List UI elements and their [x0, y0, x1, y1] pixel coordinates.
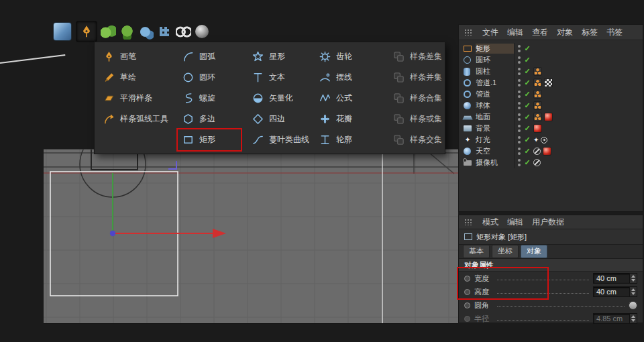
panel-grip-icon[interactable]	[464, 219, 472, 225]
object-row-sky[interactable]: 天空✓	[459, 146, 643, 157]
visibility-dots-icon[interactable]	[518, 147, 521, 156]
enabled-check-icon[interactable]: ✓	[523, 78, 531, 87]
object-row-tube[interactable]: 管道✓	[459, 89, 643, 100]
cube-primitive-icon[interactable]	[52, 21, 72, 42]
object-row-cylinder[interactable]: 圆柱✓	[459, 66, 643, 77]
menu-item-rectangle[interactable]: 矩形	[178, 129, 241, 150]
phong-tag-icon[interactable]	[533, 113, 542, 121]
object-row-floor[interactable]: 地面✓	[459, 111, 643, 123]
menu-item-vectorize[interactable]: 矢量化	[248, 88, 308, 109]
om-menu-item-5[interactable]: 书签	[606, 27, 623, 38]
visibility-dots-icon[interactable]	[518, 124, 521, 133]
viewport[interactable]	[44, 149, 458, 324]
menu-item-profile[interactable]: 轮廓	[315, 129, 382, 150]
visibility-dots-icon[interactable]	[518, 90, 521, 99]
menu-item-formula[interactable]: 公式	[315, 88, 382, 109]
x-axis-arrowhead[interactable]	[213, 229, 226, 238]
spinner-down-icon[interactable]	[631, 292, 635, 295]
spline-pen-tool-icon[interactable]	[76, 21, 97, 42]
deformer-green-2-icon[interactable]	[119, 24, 135, 40]
visibility-dots-icon[interactable]	[518, 44, 521, 53]
block-tag-icon[interactable]	[533, 159, 541, 166]
am-menu-item-2[interactable]: 用户数据	[532, 217, 564, 228]
enabled-check-icon[interactable]: ✓	[523, 44, 531, 53]
am-menu-item-1[interactable]: 编辑	[507, 217, 523, 228]
spinner-up-icon[interactable]	[631, 315, 635, 318]
menu-item-helix[interactable]: 螺旋	[178, 88, 241, 109]
spinner-down-icon[interactable]	[631, 279, 635, 282]
menu-item-bool-and[interactable]: 样条合集	[388, 88, 438, 109]
spinner-arrows[interactable]	[629, 314, 637, 323]
spinner-up-icon[interactable]	[631, 288, 635, 291]
menu-item-bool-or[interactable]: 样条或集	[388, 109, 438, 129]
modeling-blue-icon[interactable]	[138, 24, 154, 40]
object-row-light[interactable]: ✦灯光✓✦	[459, 134, 643, 146]
om-menu-item-0[interactable]: 文件	[482, 27, 498, 38]
menu-item-arc[interactable]: 圆弧	[178, 46, 241, 67]
mat-red-tag-icon[interactable]	[543, 147, 551, 156]
visibility-dots-icon[interactable]	[518, 56, 521, 64]
panel-grip-icon[interactable]	[464, 29, 472, 36]
enabled-check-icon[interactable]: ✓	[523, 124, 531, 133]
tab-coordinates[interactable]: 坐标	[492, 245, 519, 258]
enabled-check-icon[interactable]: ✓	[523, 101, 531, 110]
phong-tag-icon[interactable]	[533, 101, 542, 110]
spinner-down-icon[interactable]	[631, 319, 635, 322]
menu-item-cycloid[interactable]: 摆线	[315, 67, 382, 88]
visibility-dots-icon[interactable]	[518, 67, 521, 76]
object-row-sphere[interactable]: 球体✓	[459, 100, 643, 111]
visibility-dots-icon[interactable]	[518, 113, 521, 121]
array-grid-icon[interactable]	[157, 24, 172, 40]
object-row-tube[interactable]: 管道.1✓	[459, 77, 643, 89]
mat-red-tag-icon[interactable]	[533, 124, 542, 133]
keyframe-circle-icon[interactable]	[464, 276, 470, 282]
am-menu-item-0[interactable]: 模式	[482, 217, 498, 228]
om-menu-item-1[interactable]: 编辑	[507, 27, 523, 38]
spinner-up-icon[interactable]	[631, 275, 635, 278]
tab-basic[interactable]: 基本	[463, 245, 490, 258]
enabled-check-icon[interactable]: ✓	[523, 90, 531, 99]
keyframe-circle-icon[interactable]	[464, 302, 470, 308]
radius-field[interactable]: 4.85 cm	[593, 313, 637, 324]
phong-tag-icon[interactable]	[533, 78, 542, 87]
menu-item-arc-tool[interactable]: 样条弧线工具	[99, 109, 171, 129]
phong-tag-icon[interactable]	[533, 90, 542, 99]
mat-red-tag-icon[interactable]	[544, 113, 553, 121]
block-tag-icon[interactable]	[533, 148, 541, 155]
double-rings-icon[interactable]	[176, 24, 191, 40]
phong-tag-icon[interactable]	[533, 67, 542, 76]
menu-item-gear[interactable]: 齿轮	[315, 46, 382, 67]
enabled-check-icon[interactable]: ✓	[523, 113, 531, 121]
sphere-gray-icon[interactable]	[195, 25, 209, 38]
menu-item-circle[interactable]: 圆环	[178, 67, 241, 88]
object-row-camera[interactable]: 摄像机✓	[459, 157, 643, 168]
menu-item-text[interactable]: 文本	[248, 67, 308, 88]
height-field[interactable]: 40 cm	[593, 286, 637, 297]
enabled-check-icon[interactable]: ✓	[523, 67, 531, 76]
selected-point-handle[interactable]	[168, 161, 176, 169]
visibility-dots-icon[interactable]	[518, 78, 521, 87]
object-origin-point[interactable]	[110, 231, 115, 236]
object-row-background[interactable]: 背景✓	[459, 123, 643, 134]
target-tag-icon[interactable]	[541, 137, 547, 144]
rounding-checkbox[interactable]	[629, 301, 637, 310]
enabled-check-icon[interactable]: ✓	[523, 135, 531, 144]
viewport-canvas[interactable]	[44, 150, 458, 323]
menu-item-ngon[interactable]: 多边	[178, 109, 241, 129]
om-menu-item-4[interactable]: 标签	[582, 27, 598, 38]
menu-item-cissoid[interactable]: 蔓叶类曲线	[248, 129, 308, 150]
keyframe-circle-icon[interactable]	[464, 316, 470, 322]
spinner-arrows[interactable]	[629, 287, 637, 296]
menu-item-bool-difference[interactable]: 样条差集	[388, 46, 438, 67]
enabled-check-icon[interactable]: ✓	[523, 158, 531, 167]
menu-item-pen[interactable]: 画笔	[99, 46, 171, 67]
enabled-check-icon[interactable]: ✓	[523, 56, 531, 64]
menu-item-flower[interactable]: 花瓣	[315, 109, 382, 129]
tab-object[interactable]: 对象	[521, 245, 547, 258]
menu-item-smooth[interactable]: 平滑样条	[99, 88, 171, 109]
object-row-circle[interactable]: 圆环✓	[459, 54, 643, 66]
menu-item-bool-intersect[interactable]: 样条交集	[388, 129, 438, 150]
light-star-tag-icon[interactable]: ✦	[533, 136, 539, 144]
object-row-rectangle[interactable]: 矩形✓	[459, 43, 643, 54]
keyframe-circle-icon[interactable]	[464, 289, 470, 295]
